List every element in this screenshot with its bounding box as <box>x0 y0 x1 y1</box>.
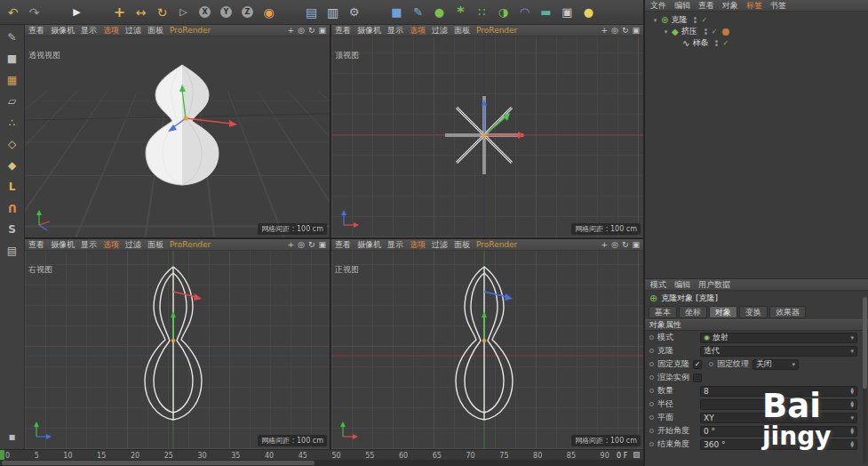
viewport-menu-item[interactable]: 查看 <box>28 27 44 35</box>
viewport-menu-item[interactable]: 查看 <box>28 241 44 249</box>
attribute-tab[interactable]: 基本 <box>649 306 677 319</box>
attribute-manager-menu-item[interactable]: 模式 <box>650 279 666 291</box>
viewport-menu-item[interactable]: 选项 <box>103 241 119 249</box>
viewport-menu-item[interactable]: 面板 <box>147 27 163 35</box>
viewport-menu-item[interactable]: 面板 <box>454 27 470 35</box>
object-tree-row[interactable]: ∿ 样条 ✓ <box>645 37 868 49</box>
mode-dropdown[interactable]: ◉ 放射 ▾ <box>700 333 857 343</box>
viewport-menu-item[interactable]: 面板 <box>147 241 163 249</box>
visibility-dots[interactable] <box>705 28 707 35</box>
viewport-right[interactable]: 查看摄像机显示选项过滤面板ProRender + ◎ ↻ ▣ <box>25 239 330 449</box>
viewport-menu-item[interactable]: 摄像机 <box>51 241 75 249</box>
radius-field[interactable]: ▲▼ <box>700 399 857 410</box>
fix-texture-dropdown[interactable]: 关闭 ▾ <box>753 359 799 370</box>
pan-view-icon[interactable]: + <box>288 241 295 249</box>
object-manager-menu-item[interactable]: 文件 <box>650 0 666 12</box>
subdivision-surface-icon[interactable]: ● <box>429 2 450 23</box>
attribute-tab[interactable]: 对象 <box>709 306 737 319</box>
render-settings-icon[interactable]: ⚙ <box>344 2 364 23</box>
z-axis-lock-icon[interactable]: Z <box>237 2 258 23</box>
object-manager-menu-item[interactable]: 对象 <box>722 0 738 12</box>
toolbar-separator[interactable] <box>280 2 300 23</box>
object-manager-menu-item[interactable]: 查看 <box>698 0 714 12</box>
attribute-manager-menu-item[interactable]: 编辑 <box>674 279 690 291</box>
viewport-menu-item[interactable]: 过滤 <box>125 241 141 249</box>
object-manager-menu-item[interactable]: 书签 <box>770 0 786 12</box>
object-tree-row[interactable]: ▾ ◆ 挤压 ✓ <box>645 26 868 37</box>
viewport-menu-item[interactable]: ProRender <box>170 27 211 35</box>
visibility-dots[interactable] <box>715 40 718 46</box>
pan-view-icon[interactable]: + <box>601 241 609 249</box>
deformer-bend-icon[interactable]: ◠ <box>514 2 535 23</box>
toggle-view-icon[interactable]: ▣ <box>318 241 326 249</box>
attribute-tab[interactable]: 变换 <box>739 306 768 319</box>
edges-mode-icon[interactable]: ◇ <box>4 135 21 153</box>
expand-arrow-icon[interactable]: ▾ <box>652 17 658 24</box>
workplane-mode-icon[interactable]: ▱ <box>4 92 21 110</box>
toolbar-separator[interactable] <box>45 2 66 23</box>
phong-tag-icon[interactable] <box>722 28 729 36</box>
mograph-cloner-icon[interactable]: ∷ <box>472 2 492 23</box>
last-tool-icon[interactable]: ▷ <box>173 2 194 23</box>
object-label[interactable]: 样条 <box>692 37 708 49</box>
anim-dot-icon[interactable] <box>649 415 654 420</box>
viewport-menu-item[interactable]: 选项 <box>410 27 426 35</box>
end-angle-field[interactable]: 360 ° ▲▼ <box>700 439 857 450</box>
section-header[interactable]: 对象属性 <box>645 319 868 331</box>
rotate-view-icon[interactable]: ↻ <box>308 27 315 35</box>
attribute-manager-menu-item[interactable]: 用户数据 <box>698 279 730 291</box>
x-axis-lock-icon[interactable]: X <box>195 2 215 23</box>
enabled-check-icon[interactable]: ✓ <box>712 28 718 36</box>
current-frame-marker[interactable] <box>0 450 4 460</box>
start-angle-field[interactable]: 0 ° ▲▼ <box>700 426 857 437</box>
enable-snap-icon[interactable]: U <box>4 199 21 217</box>
enabled-check-icon[interactable]: ✓ <box>701 16 707 24</box>
object-manager-menu-item[interactable]: 标签 <box>746 0 762 12</box>
zoom-view-icon[interactable]: ◎ <box>298 27 305 35</box>
attribute-tab[interactable]: 坐标 <box>679 306 707 319</box>
axis-mode-icon[interactable]: L <box>4 178 21 196</box>
anim-dot-icon[interactable] <box>649 402 654 406</box>
object-manager-menu-item[interactable]: 编辑 <box>674 0 690 12</box>
right-canvas[interactable]: 右视图 网格间距 : 100 cm <box>25 251 330 449</box>
zoom-view-icon[interactable]: ◎ <box>611 27 618 35</box>
environment-floor-icon[interactable]: ▬ <box>536 2 556 23</box>
toolbar-separator[interactable] <box>365 2 386 23</box>
object-label[interactable]: 挤压 <box>681 26 697 37</box>
viewport-menu-item[interactable]: 过滤 <box>125 27 141 35</box>
points-mode-icon[interactable]: ∴ <box>4 114 21 132</box>
viewport-menu-item[interactable]: 显示 <box>387 27 403 35</box>
visibility-dots[interactable] <box>694 17 697 23</box>
light-icon[interactable]: ● <box>578 2 599 23</box>
viewport-menu-item[interactable]: 选项 <box>103 27 119 35</box>
viewport-menu-item[interactable]: 摄像机 <box>357 241 381 249</box>
anim-dot-icon[interactable] <box>649 429 654 433</box>
rotate-view-icon[interactable]: ↻ <box>622 241 629 249</box>
perspective-canvas[interactable]: 透视视图 网格间距 : 100 cm <box>25 36 330 237</box>
enabled-check-icon[interactable]: ✓ <box>722 39 729 47</box>
texture-mode-icon[interactable]: ▦ <box>4 71 21 89</box>
y-axis-lock-icon[interactable]: Y <box>216 2 236 23</box>
render-view-icon[interactable]: ▤ <box>301 2 322 23</box>
zoom-view-icon[interactable]: ◎ <box>611 241 618 249</box>
rotate-view-icon[interactable]: ↻ <box>308 241 315 249</box>
toggle-view-icon[interactable]: ▣ <box>318 27 326 35</box>
viewport-menu-item[interactable]: 显示 <box>81 241 97 249</box>
top-canvas[interactable]: 顶视图 网格间距 : 100 cm <box>331 36 643 237</box>
rotate-tool-icon[interactable]: ↻ <box>152 2 172 23</box>
polygons-mode-icon[interactable]: ◆ <box>4 157 21 174</box>
viewport-menu-item[interactable]: 过滤 <box>432 241 448 249</box>
primitive-cube-icon[interactable]: ■ <box>386 2 407 23</box>
viewport-front[interactable]: 查看摄像机显示选项过滤面板ProRender + ◎ ↻ ▣ <box>331 239 643 449</box>
pan-view-icon[interactable]: + <box>601 27 609 35</box>
toggle-view-icon[interactable]: ▣ <box>632 27 640 35</box>
anim-dot-icon[interactable] <box>649 362 654 366</box>
lock-workplane-icon[interactable]: ▪ <box>4 428 21 446</box>
viewport-menu-item[interactable]: 选项 <box>410 241 426 249</box>
scale-tool-icon[interactable]: ↔ <box>131 2 151 23</box>
render-instance-checkbox[interactable] <box>693 374 702 382</box>
redo-icon[interactable]: ↷ <box>24 2 44 23</box>
viewport-menu-item[interactable]: 显示 <box>387 241 403 249</box>
spinner-icon[interactable]: ▲▼ <box>850 428 854 434</box>
anim-dot-icon[interactable] <box>649 335 654 340</box>
